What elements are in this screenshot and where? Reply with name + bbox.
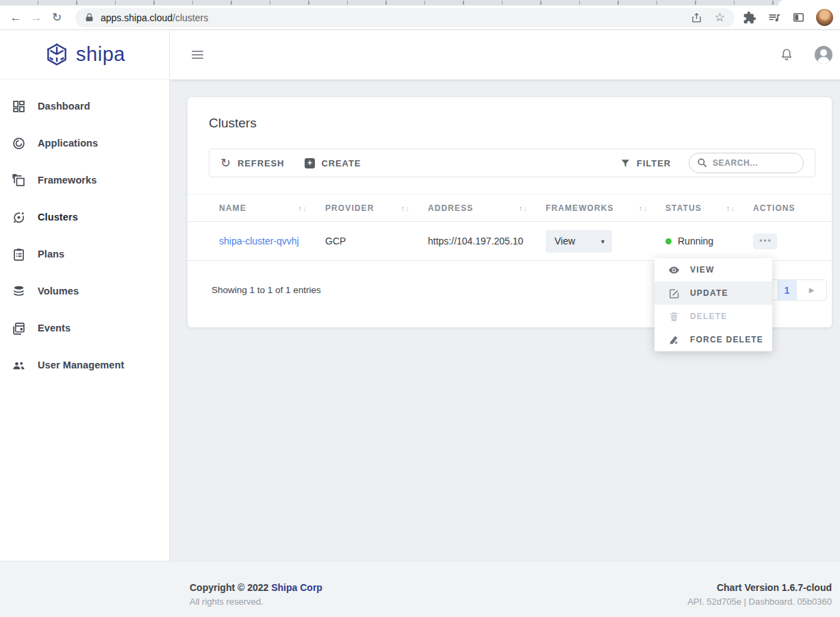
status-label: Running [678, 236, 713, 247]
create-button[interactable]: + CREATE [305, 158, 361, 168]
shipa-logo[interactable]: shipa [0, 30, 169, 79]
create-label: CREATE [321, 158, 361, 168]
shipa-cube-icon [44, 42, 70, 68]
sidebar-item-label: Dashboard [38, 101, 90, 112]
sidebar-item-events[interactable]: Events [0, 310, 169, 347]
column-label: ACTIONS [753, 203, 796, 213]
address-cell: https://104.197.205.10 [428, 236, 523, 247]
stacked-squares-icon [12, 173, 26, 188]
database-icon [12, 284, 26, 299]
browser-toolbar: ← → ↻ apps.shipa.cloud/clusters ☆ [0, 5, 840, 30]
actions-dropdown-menu: VIEW UPDATE DELETE FORCE DELETE [654, 258, 772, 351]
next-page-icon: ▶ [809, 286, 815, 294]
sidebar-item-user-management[interactable]: User Management [0, 347, 169, 383]
sort-icon[interactable]: ↑↓ [519, 204, 528, 212]
menu-item-label: FORCE DELETE [690, 335, 763, 344]
column-label: STATUS [665, 203, 702, 213]
page-title: Clusters [209, 116, 257, 131]
account-avatar-icon[interactable] [815, 46, 832, 64]
cluster-name-link[interactable]: shipa-cluster-qvvhj [219, 236, 299, 247]
sort-icon[interactable]: ↑↓ [726, 204, 735, 212]
table-row: shipa-cluster-qvvhj GCP https://104.197.… [188, 222, 832, 261]
refresh-button[interactable]: ↻ REFRESH [220, 158, 284, 168]
next-page-button[interactable]: ▶ [797, 280, 826, 300]
active-tab-corner [778, 0, 840, 5]
bookmark-star-icon[interactable]: ☆ [715, 10, 725, 25]
table-toolbar: ↻ REFRESH + CREATE FILTER [209, 149, 815, 177]
notifications-bell-icon[interactable] [779, 47, 794, 62]
footer: Copyright © 2022 Shipa Corp All rights r… [0, 561, 840, 617]
edit-icon [668, 288, 680, 299]
chevron-down-icon: ▾ [601, 238, 604, 245]
clipboard-icon [12, 247, 26, 262]
eye-icon [668, 264, 680, 276]
row-actions-button[interactable]: ••• [753, 234, 777, 249]
provider-cell: GCP [325, 236, 346, 247]
sort-icon[interactable]: ↑↓ [401, 204, 410, 212]
search-icon [697, 158, 707, 168]
sidebar-item-plans[interactable]: Plans [0, 236, 169, 273]
address-bar[interactable]: apps.shipa.cloud/clusters ☆ [75, 8, 735, 27]
sidebar-item-dashboard[interactable]: Dashboard [0, 88, 169, 125]
dashboard-grid-icon [12, 99, 26, 114]
column-header-status[interactable]: STATUS ↑↓ [665, 203, 753, 213]
sidebar-item-frameworks[interactable]: Frameworks [0, 162, 169, 199]
sidebar-item-label: Frameworks [38, 175, 97, 186]
column-header-address[interactable]: ADDRESS ↑↓ [428, 203, 546, 213]
view-dropdown-label: View [555, 236, 575, 247]
column-label: NAME [219, 203, 246, 213]
people-icon [12, 358, 26, 373]
current-page-button[interactable]: 1 [777, 280, 797, 300]
menu-item-delete[interactable]: DELETE [654, 305, 772, 328]
filter-label: FILTER [637, 158, 671, 168]
back-icon[interactable]: ← [5, 11, 26, 25]
sidebar-item-volumes[interactable]: Volumes [0, 273, 169, 310]
menu-item-view[interactable]: VIEW [654, 258, 772, 281]
chart-version: Chart Version 1.6.7-cloud [687, 582, 832, 593]
frameworks-view-dropdown[interactable]: View ▾ [546, 230, 612, 253]
sort-icon[interactable]: ↑↓ [639, 204, 648, 212]
table-header-row: NAME ↑↓ PROVIDER ↑↓ ADDRESS ↑↓ FRAMEWORK… [188, 194, 832, 222]
funnel-icon [620, 158, 631, 168]
sidebar: shipa Dashboard Applications Frameworks [0, 30, 170, 561]
ellipsis-icon: ••• [759, 236, 772, 246]
calendar-icon [12, 321, 26, 336]
menu-item-label: UPDATE [690, 288, 728, 298]
sidebar-item-label: Clusters [38, 212, 78, 223]
plus-icon: + [305, 158, 315, 168]
extensions-puzzle-icon[interactable] [743, 11, 756, 25]
shipa-logo-text: shipa [76, 43, 125, 66]
sort-icon[interactable]: ↑↓ [298, 204, 307, 212]
column-header-name[interactable]: NAME ↑↓ [219, 203, 325, 213]
company-link[interactable]: Shipa Corp [271, 582, 322, 593]
share-icon[interactable] [691, 12, 702, 23]
trash-icon [668, 311, 680, 323]
reload-icon[interactable]: ↻ [47, 10, 67, 25]
build-info: API. 52d705e | Dashboard. 05b0360 [687, 596, 832, 607]
sidebar-item-clusters[interactable]: Clusters [0, 199, 169, 236]
refresh-label: REFRESH [238, 158, 284, 168]
sidebar-item-label: Volumes [38, 286, 79, 297]
globe-icon [12, 136, 26, 151]
sidebar-item-label: Plans [38, 249, 64, 260]
menu-item-update[interactable]: UPDATE [654, 281, 772, 305]
url-text: apps.shipa.cloud/clusters [101, 12, 208, 24]
media-playlist-icon[interactable] [767, 11, 781, 25]
force-delete-icon [668, 334, 680, 346]
url-host: apps.shipa.cloud [101, 12, 173, 23]
filter-button[interactable]: FILTER [620, 158, 671, 168]
menu-item-label: DELETE [690, 312, 728, 321]
browser-tab-strip [0, 0, 840, 5]
rights-text: All rights reserved. [190, 596, 322, 607]
browser-profile-avatar[interactable] [816, 9, 833, 26]
side-panel-icon[interactable] [792, 11, 805, 24]
forward-icon[interactable]: → [26, 11, 47, 25]
app-topbar [170, 30, 840, 79]
sidebar-item-label: Applications [38, 138, 98, 149]
menu-item-force-delete[interactable]: FORCE DELETE [654, 328, 772, 351]
column-header-frameworks[interactable]: FRAMEWORKS ↑↓ [546, 203, 665, 213]
sidebar-item-applications[interactable]: Applications [0, 125, 169, 162]
hamburger-menu-icon[interactable] [192, 49, 203, 61]
column-label: ADDRESS [428, 203, 473, 213]
column-header-provider[interactable]: PROVIDER ↑↓ [325, 203, 428, 213]
